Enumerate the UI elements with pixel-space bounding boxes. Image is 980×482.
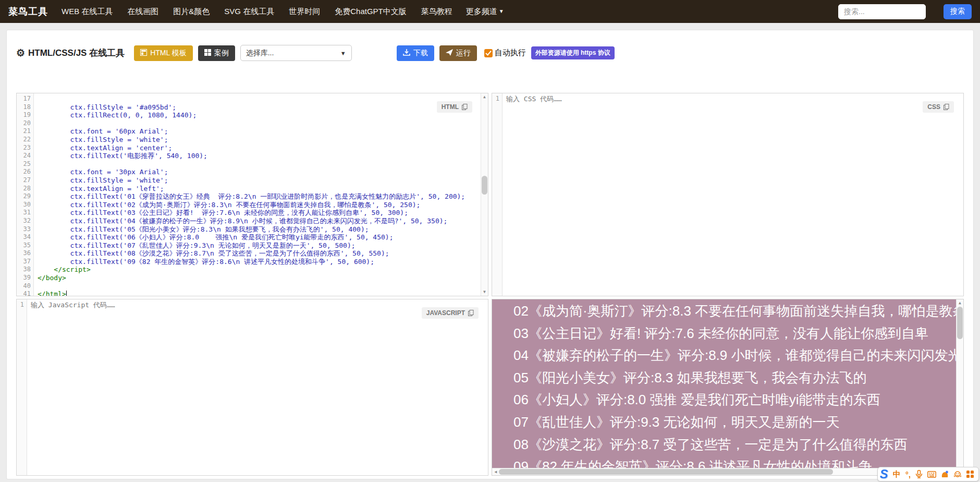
scroll-down-icon[interactable]: ▼ [481,289,488,295]
copy-icon[interactable] [944,104,949,110]
preview-text-line: 07《乱世佳人》评分:9.3 无论如何，明天又是新的一天 [492,411,956,433]
scroll-up-icon[interactable]: ▲ [957,300,963,306]
nav-item-more[interactable]: 更多频道▼ [466,7,504,17]
code-line[interactable]: ctx.textAlign = 'left'; [38,185,488,193]
preview-text-block: 02《成为简·奥斯汀》评分:8.3 不要在任何事物面前迷失掉自我，哪怕是教条03… [492,299,956,468]
css-code-area[interactable]: 输入 CSS 代码…… [503,93,963,296]
line-number: 30 [20,201,31,209]
editor-grid: 1718192021222324252627282930313233343536… [16,93,964,476]
punctuation-icon[interactable]: °, [905,470,911,479]
js-line-gutter: 1 [17,299,27,475]
js-editor-pane[interactable]: 1 输入 JavaScript 代码…… JAVASCRIPT [16,299,488,476]
code-line[interactable]: ctx.fillText('03《公主日记》好看! 评分:7.6\n 未经你的同… [38,209,488,217]
code-line[interactable]: </script> [38,266,488,274]
html-editor-pane[interactable]: 1718192021222324252627282930313233343536… [16,93,488,296]
download-icon [403,49,410,57]
brand-logo[interactable]: 菜鸟工具 [8,5,48,18]
search-button[interactable]: 搜索 [944,4,972,19]
line-number: 27 [20,176,31,185]
gears-icon: ⚙ [16,47,25,59]
nav-items: WEB 在线工具在线画图图片&颜色SVG 在线工具世界时间免费ChatGPT中文… [62,7,452,17]
sogou-logo-icon[interactable]: S [880,468,888,480]
code-line[interactable]: ctx.textAlign = 'center'; [38,144,488,152]
search-input[interactable] [838,4,926,19]
code-line[interactable] [38,95,488,103]
code-line[interactable]: ctx.fillText('07《乱世佳人》评分:9.3\n 无论如何，明天又是… [38,242,488,250]
toolbox-grid-icon[interactable] [966,471,974,478]
scroll-left-icon[interactable]: ◀ [493,468,499,475]
html-editor-scrollbar[interactable]: ▲ ▼ [481,93,488,296]
css-editor-pane[interactable]: 1 输入 CSS 代码…… CSS [492,93,964,296]
code-line[interactable] [38,160,488,168]
line-number: 32 [20,217,31,225]
autorun-label: 自动执行 [495,48,526,58]
code-line[interactable]: ctx.fillStyle = 'white'; [38,136,488,144]
line-number: 24 [20,152,31,160]
nav-item[interactable]: 免费ChatGPT中文版 [335,7,407,17]
nav-item[interactable]: 在线画图 [127,7,158,17]
code-line[interactable]: ctx.fillText('08《沙漠之花》评分:8.7\n 受了这些苦，一定是… [38,249,488,258]
html-pane-badge[interactable]: HTML [437,101,472,113]
line-number: 18 [20,103,31,112]
run-button[interactable]: 运行 [439,45,477,61]
code-line[interactable]: ctx.fillStyle = '#a095bd'; [38,103,488,112]
code-line[interactable]: ctx.font = '30px Arial'; [38,168,488,176]
js-code-area[interactable]: 输入 JavaScript 代码…… [27,299,488,475]
code-line[interactable]: ctx.fillRect(0, 0, 1080, 1440); [38,111,488,119]
preview-text-line: 08《沙漠之花》评分:8.7 受了这些苦，一定是为了什么值得的东西 [492,433,956,456]
library-select[interactable]: 选择库... ▼ [240,45,352,61]
autorun-checkbox[interactable] [484,49,493,57]
copy-icon[interactable] [468,310,474,316]
code-line[interactable] [38,119,488,128]
scroll-up-icon[interactable]: ▲ [481,94,488,100]
preview-text-line: 03《公主日记》好看! 评分:7.6 未经你的同意，没有人能让你感到自卑 [492,322,956,345]
autorun-toggle[interactable]: 自动执行 [484,48,526,58]
preview-text-line: 06《小妇人》评分:8.0 强推 爱是我们死亡时唯yi能带走的东西 [492,389,956,411]
nav-item[interactable]: WEB 在线工具 [62,7,113,17]
line-number: 31 [20,209,31,217]
line-number: 35 [20,242,31,250]
css-line-gutter: 1 [492,93,503,296]
line-number: 28 [20,185,31,193]
microphone-icon[interactable] [915,470,923,478]
line-number: 17 [20,95,31,103]
tool-card: ⚙ HTML/CSS/JS 在线工具 HTML 模板 案例 选择库... ▼ 下… [6,30,974,479]
skin-palette-icon[interactable] [941,471,949,478]
keyboard-icon[interactable] [927,471,936,478]
code-line[interactable]: ctx.fillText('01《穿普拉达的女王》经典 评分:8.2\n 一部职… [38,192,488,201]
preview-vscrollbar[interactable]: ▲ ▼ [956,299,963,475]
code-line[interactable]: </html> [38,290,488,296]
nav-item[interactable]: SVG 在线工具 [224,7,274,17]
code-line[interactable]: ctx.fillText('05《阳光小美女》评分:8.3\n 如果我想要飞，我… [38,225,488,234]
code-line[interactable]: ctx.fillText('09《82 年生的金智英》评分:8.6\n 讲述平凡… [38,258,488,266]
scrollbar-thumb[interactable] [499,469,833,475]
line-number: 40 [20,282,31,291]
copy-icon[interactable] [462,104,468,110]
line-number: 25 [20,160,31,168]
emoji-face-icon[interactable] [953,471,962,478]
line-number: 22 [20,136,31,144]
css-pane-badge[interactable]: CSS [923,101,954,113]
scrollbar-thumb[interactable] [482,176,487,195]
chinese-mode-icon[interactable]: 中 [893,469,901,479]
download-button[interactable]: 下载 [397,45,434,61]
code-line[interactable]: ctx.fillText('06《小妇人》评分:8.0 强推\n 爱是我们死亡时… [38,233,488,242]
code-line[interactable]: ctx.font = '60px Arial'; [38,127,488,136]
code-line[interactable]: ctx.fillText('02《成为简·奥斯汀》评分:8.3\n 不要在任何事… [38,201,488,209]
nav-item[interactable]: 世界时间 [289,7,320,17]
code-line[interactable]: ctx.fillText('电影推荐', 540, 100); [38,152,488,160]
scrollbar-thumb[interactable] [957,307,963,339]
line-number: 26 [20,168,31,176]
code-line[interactable] [38,282,488,291]
html-template-button[interactable]: HTML 模板 [134,45,192,61]
select-chevron-icon: ▼ [340,50,346,56]
code-line[interactable]: ctx.fillStyle = 'white'; [38,176,488,185]
nav-item[interactable]: 图片&颜色 [173,7,210,17]
template-icon [140,49,147,57]
nav-item[interactable]: 菜鸟教程 [421,7,452,17]
html-code-area[interactable]: ctx.fillStyle = '#a095bd'; ctx.fillRect(… [34,93,488,296]
js-pane-badge[interactable]: JAVASCRIPT [422,307,479,319]
code-line[interactable]: ctx.fillText('04《被嫌弃的松子的一生》评分:8.9\n 小时候，… [38,217,488,225]
code-line[interactable]: </body> [38,274,488,282]
examples-button[interactable]: 案例 [198,45,235,61]
